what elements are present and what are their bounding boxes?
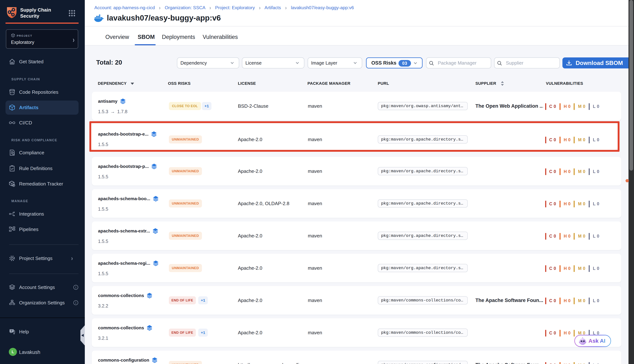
svg-text:?: ? [11, 329, 12, 332]
